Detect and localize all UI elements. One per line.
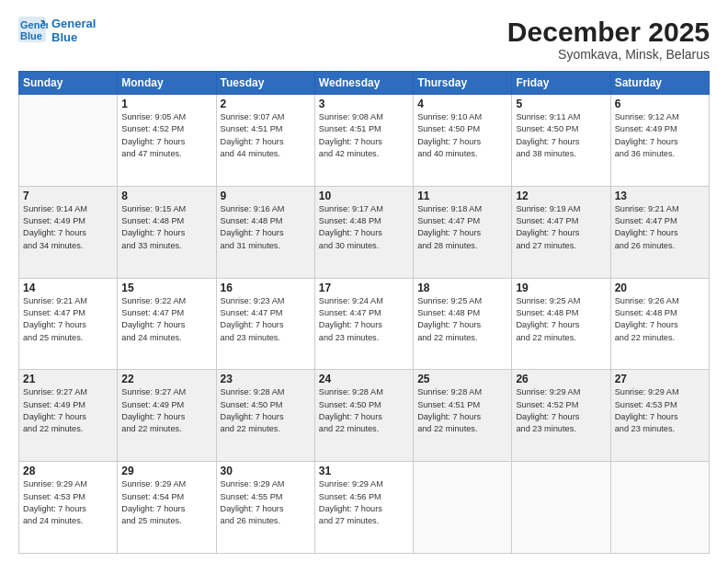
week-row-3: 14Sunrise: 9:21 AM Sunset: 4:47 PM Dayli… (19, 278, 710, 370)
day-number: 14 (23, 282, 113, 294)
day-info: Sunrise: 9:17 AM Sunset: 4:48 PM Dayligh… (319, 203, 409, 252)
day-number: 4 (417, 98, 507, 110)
day-number: 12 (516, 190, 606, 202)
week-row-4: 21Sunrise: 9:27 AM Sunset: 4:49 PM Dayli… (19, 370, 710, 462)
day-info: Sunrise: 9:29 AM Sunset: 4:53 PM Dayligh… (615, 386, 705, 435)
day-number: 10 (319, 190, 409, 202)
logo: General Blue General Blue (18, 17, 96, 44)
week-row-2: 7Sunrise: 9:14 AM Sunset: 4:49 PM Daylig… (19, 186, 710, 278)
day-cell: 11Sunrise: 9:18 AM Sunset: 4:47 PM Dayli… (414, 186, 512, 278)
day-number: 17 (319, 282, 409, 294)
title-block: December 2025 Syomkava, Minsk, Belarus (507, 17, 710, 62)
location: Syomkava, Minsk, Belarus (507, 47, 710, 62)
day-cell: 21Sunrise: 9:27 AM Sunset: 4:49 PM Dayli… (19, 370, 118, 462)
day-info: Sunrise: 9:29 AM Sunset: 4:54 PM Dayligh… (121, 478, 211, 527)
day-number: 13 (615, 190, 705, 202)
day-cell: 25Sunrise: 9:28 AM Sunset: 4:51 PM Dayli… (414, 370, 512, 462)
weekday-wednesday: Wednesday (314, 72, 413, 95)
day-number: 31 (319, 465, 409, 477)
svg-text:Blue: Blue (20, 30, 42, 41)
day-cell: 17Sunrise: 9:24 AM Sunset: 4:47 PM Dayli… (314, 278, 413, 370)
day-cell: 14Sunrise: 9:21 AM Sunset: 4:47 PM Dayli… (19, 278, 118, 370)
day-cell: 7Sunrise: 9:14 AM Sunset: 4:49 PM Daylig… (19, 186, 118, 278)
day-info: Sunrise: 9:18 AM Sunset: 4:47 PM Dayligh… (417, 203, 507, 252)
day-info: Sunrise: 9:21 AM Sunset: 4:47 PM Dayligh… (23, 295, 113, 344)
day-info: Sunrise: 9:08 AM Sunset: 4:51 PM Dayligh… (319, 111, 409, 160)
day-cell: 22Sunrise: 9:27 AM Sunset: 4:49 PM Dayli… (118, 370, 216, 462)
day-number: 7 (23, 190, 113, 202)
day-number: 29 (121, 465, 211, 477)
day-number: 24 (319, 373, 409, 385)
day-cell: 26Sunrise: 9:29 AM Sunset: 4:52 PM Dayli… (512, 370, 610, 462)
calendar-table: SundayMondayTuesdayWednesdayThursdayFrid… (18, 71, 710, 554)
day-info: Sunrise: 9:07 AM Sunset: 4:51 PM Dayligh… (221, 111, 311, 160)
day-info: Sunrise: 9:29 AM Sunset: 4:56 PM Dayligh… (319, 478, 409, 527)
day-cell: 18Sunrise: 9:25 AM Sunset: 4:48 PM Dayli… (414, 278, 512, 370)
day-number: 27 (615, 373, 705, 385)
day-cell: 12Sunrise: 9:19 AM Sunset: 4:47 PM Dayli… (512, 186, 610, 278)
day-number: 28 (23, 465, 113, 477)
day-number: 21 (23, 373, 113, 385)
day-info: Sunrise: 9:14 AM Sunset: 4:49 PM Dayligh… (23, 203, 113, 252)
day-cell: 19Sunrise: 9:25 AM Sunset: 4:48 PM Dayli… (512, 278, 610, 370)
page: General Blue General Blue December 2025 … (0, 0, 728, 563)
day-cell: 1Sunrise: 9:05 AM Sunset: 4:52 PM Daylig… (118, 95, 216, 187)
day-info: Sunrise: 9:29 AM Sunset: 4:55 PM Dayligh… (221, 478, 311, 527)
day-number: 1 (121, 98, 211, 110)
day-number: 20 (615, 282, 705, 294)
logo-general: General (51, 17, 96, 30)
day-cell: 15Sunrise: 9:22 AM Sunset: 4:47 PM Dayli… (118, 278, 216, 370)
logo-text-block: General Blue (51, 17, 96, 44)
day-info: Sunrise: 9:29 AM Sunset: 4:52 PM Dayligh… (516, 386, 606, 435)
day-number: 18 (417, 282, 507, 294)
day-number: 9 (221, 190, 311, 202)
day-cell: 31Sunrise: 9:29 AM Sunset: 4:56 PM Dayli… (314, 462, 413, 554)
day-cell: 9Sunrise: 9:16 AM Sunset: 4:48 PM Daylig… (216, 186, 314, 278)
weekday-tuesday: Tuesday (216, 72, 314, 95)
day-number: 15 (121, 282, 211, 294)
day-cell (19, 95, 118, 187)
weekday-monday: Monday (118, 72, 216, 95)
day-cell: 8Sunrise: 9:15 AM Sunset: 4:48 PM Daylig… (118, 186, 216, 278)
day-number: 8 (121, 190, 211, 202)
day-info: Sunrise: 9:16 AM Sunset: 4:48 PM Dayligh… (221, 203, 311, 252)
day-cell: 4Sunrise: 9:10 AM Sunset: 4:50 PM Daylig… (414, 95, 512, 187)
weekday-thursday: Thursday (414, 72, 512, 95)
day-number: 30 (221, 465, 311, 477)
week-row-5: 28Sunrise: 9:29 AM Sunset: 4:53 PM Dayli… (19, 462, 710, 554)
day-cell: 10Sunrise: 9:17 AM Sunset: 4:48 PM Dayli… (314, 186, 413, 278)
day-cell: 6Sunrise: 9:12 AM Sunset: 4:49 PM Daylig… (610, 95, 709, 187)
day-info: Sunrise: 9:11 AM Sunset: 4:50 PM Dayligh… (516, 111, 606, 160)
day-info: Sunrise: 9:12 AM Sunset: 4:49 PM Dayligh… (615, 111, 705, 160)
day-cell: 5Sunrise: 9:11 AM Sunset: 4:50 PM Daylig… (512, 95, 610, 187)
day-cell (610, 462, 709, 554)
day-number: 16 (221, 282, 311, 294)
weekday-header-row: SundayMondayTuesdayWednesdayThursdayFrid… (19, 72, 710, 95)
day-info: Sunrise: 9:28 AM Sunset: 4:50 PM Dayligh… (319, 386, 409, 435)
day-number: 6 (615, 98, 705, 110)
day-info: Sunrise: 9:28 AM Sunset: 4:51 PM Dayligh… (417, 386, 507, 435)
day-info: Sunrise: 9:27 AM Sunset: 4:49 PM Dayligh… (121, 386, 211, 435)
day-info: Sunrise: 9:23 AM Sunset: 4:47 PM Dayligh… (221, 295, 311, 344)
day-info: Sunrise: 9:26 AM Sunset: 4:48 PM Dayligh… (615, 295, 705, 344)
day-info: Sunrise: 9:25 AM Sunset: 4:48 PM Dayligh… (516, 295, 606, 344)
day-info: Sunrise: 9:24 AM Sunset: 4:47 PM Dayligh… (319, 295, 409, 344)
day-number: 22 (121, 373, 211, 385)
day-info: Sunrise: 9:25 AM Sunset: 4:48 PM Dayligh… (417, 295, 507, 344)
day-number: 5 (516, 98, 606, 110)
day-number: 25 (417, 373, 507, 385)
day-cell (512, 462, 610, 554)
day-cell: 20Sunrise: 9:26 AM Sunset: 4:48 PM Dayli… (610, 278, 709, 370)
day-cell (414, 462, 512, 554)
day-number: 23 (221, 373, 311, 385)
day-info: Sunrise: 9:27 AM Sunset: 4:49 PM Dayligh… (23, 386, 113, 435)
day-cell: 24Sunrise: 9:28 AM Sunset: 4:50 PM Dayli… (314, 370, 413, 462)
day-info: Sunrise: 9:19 AM Sunset: 4:47 PM Dayligh… (516, 203, 606, 252)
day-cell: 2Sunrise: 9:07 AM Sunset: 4:51 PM Daylig… (216, 95, 314, 187)
day-info: Sunrise: 9:10 AM Sunset: 4:50 PM Dayligh… (417, 111, 507, 160)
month-title: December 2025 (507, 17, 710, 47)
logo-icon: General Blue (18, 17, 48, 44)
day-number: 3 (319, 98, 409, 110)
day-cell: 27Sunrise: 9:29 AM Sunset: 4:53 PM Dayli… (610, 370, 709, 462)
day-number: 26 (516, 373, 606, 385)
